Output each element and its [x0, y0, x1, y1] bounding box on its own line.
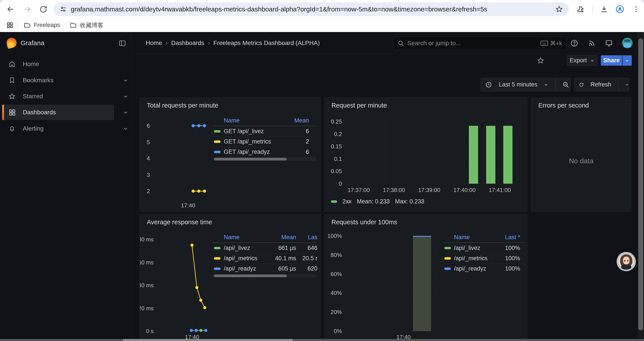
bookmarks-icon: [8, 77, 16, 84]
page-scrollbar-thumb[interactable]: [638, 38, 643, 330]
svg-text:0.25: 0.25: [331, 118, 342, 125]
search-placeholder: Search or jump to...: [407, 40, 540, 47]
breadcrumb: Home › Dashboards › Freeleaps Metrics Da…: [146, 40, 320, 47]
table-header-name[interactable]: Name: [224, 234, 240, 241]
series-color-pill: [444, 247, 451, 249]
panel-average-response-time: Average response time 80 ms60 ms40 ms20 …: [140, 214, 321, 341]
downloads-icon[interactable]: [599, 4, 609, 15]
sidebar-item-label: Bookmarks: [23, 77, 54, 84]
series-value: 100%: [463, 245, 520, 251]
time-range-label: Last 5 minutes: [499, 81, 538, 88]
breadcrumb-current-dashboard[interactable]: Freeleaps Metrics Dashboard (ALPHA): [213, 40, 320, 47]
table-header-1[interactable]: Mean: [252, 117, 309, 124]
export-button[interactable]: Export: [567, 55, 598, 66]
bookmark-folder-blogs[interactable]: 收藏博客: [70, 21, 104, 29]
clock-icon: [485, 81, 492, 88]
legend-series-name[interactable]: 2xx: [342, 198, 352, 205]
site-settings-icon[interactable]: [60, 6, 67, 13]
svg-text:17:37:00: 17:37:00: [348, 187, 370, 193]
series-color-pill: [444, 257, 451, 260]
table-header-underline: [212, 126, 316, 126]
no-data-message: No data: [531, 157, 631, 165]
series-color-pill: [214, 130, 220, 133]
back-icon[interactable]: [5, 4, 16, 15]
breadcrumb-home[interactable]: Home: [146, 40, 162, 47]
bottom-scrollbar-track: [0, 339, 644, 341]
panel-request-per-minute: Request per minute 0.250.20.150.10.05017…: [324, 97, 528, 212]
table-scrollbar-thumb[interactable]: [214, 158, 287, 160]
table-header-1[interactable]: Last *: [463, 234, 520, 241]
help-icon[interactable]: [570, 39, 578, 47]
active-item-indicator: [2, 105, 4, 120]
collapse-sidebar-icon[interactable]: [118, 39, 126, 47]
svg-text:2: 2: [147, 188, 150, 194]
legend-mean: Mean: 0.233: [357, 198, 390, 205]
svg-text:20%: 20%: [330, 309, 342, 315]
breadcrumb-dashboards[interactable]: Dashboards: [171, 40, 204, 47]
search-input[interactable]: Search or jump to... ⌘+k: [393, 37, 566, 50]
zoom-out-icon[interactable]: [562, 81, 569, 88]
refresh-button[interactable]: Refresh: [574, 78, 629, 91]
svg-text:4: 4: [147, 155, 150, 162]
chevron-down-icon[interactable]: [123, 126, 128, 131]
table-header-underline: [212, 242, 316, 243]
apps-grid-icon[interactable]: [6, 22, 13, 29]
svg-text:17:39:00: 17:39:00: [418, 187, 440, 193]
series-color-pill: [214, 140, 220, 143]
home-icon: [8, 60, 16, 68]
svg-text:0%: 0%: [334, 328, 342, 334]
extensions-icon[interactable]: [575, 4, 586, 15]
row-separator: [212, 253, 316, 253]
browser-toolbar: grafana.mathmast.com/d/deytv4rwavabkb/fr…: [0, 0, 644, 19]
chart-legend: 2xxMean: 0.233Max: 0.233: [331, 198, 424, 205]
chevron-down-icon[interactable]: [123, 94, 128, 99]
svg-text:0.15: 0.15: [331, 143, 342, 150]
screen: grafana.mathmast.com/d/deytv4rwavabkb/fr…: [0, 0, 644, 341]
table-scrollbar-thumb[interactable]: [214, 274, 287, 277]
sidebar-item-alerting[interactable]: Alerting: [5, 123, 126, 134]
bottom-scrollbar-thumb[interactable]: [123, 339, 293, 341]
bookmarks-divider: [17, 22, 18, 29]
svg-text:0.1: 0.1: [334, 156, 342, 162]
sidebar-item-bookmarks[interactable]: Bookmarks: [5, 75, 126, 86]
chevron-down-icon[interactable]: [123, 78, 128, 83]
reload-icon[interactable]: [38, 4, 49, 15]
button-divider: [556, 78, 556, 91]
forward-icon[interactable]: [22, 4, 32, 15]
favorite-star-icon[interactable]: [536, 57, 544, 65]
sidebar-item-starred[interactable]: Starred: [5, 91, 126, 102]
chevron-down-icon: [625, 58, 630, 63]
url-bar[interactable]: grafana.mathmast.com/d/deytv4rwavabkb/fr…: [54, 3, 569, 16]
assistant-avatar[interactable]: [616, 252, 636, 271]
series-value: 6: [252, 149, 309, 155]
profile-avatar-icon[interactable]: [615, 4, 625, 15]
sidebar-item-dashboards[interactable]: Dashboards: [5, 107, 126, 118]
browser-menu-icon[interactable]: [631, 4, 641, 15]
table-header-name[interactable]: Name: [224, 117, 240, 124]
series-color-pill: [214, 247, 220, 249]
svg-text:80 ms: 80 ms: [140, 236, 154, 243]
table-header-2[interactable]: Las: [260, 234, 318, 241]
user-avatar[interactable]: [622, 38, 632, 48]
panel-total-requests: Total requests per minute 6543217:40Name…: [140, 97, 321, 212]
grafana-logo[interactable]: [6, 38, 17, 48]
series-value: 20.5 r: [260, 255, 318, 262]
row-separator: [443, 263, 524, 264]
share-button[interactable]: Share: [601, 55, 622, 66]
news-rss-icon[interactable]: [588, 39, 596, 47]
chevron-down-icon[interactable]: [123, 110, 128, 115]
sidebar-item-label: Starred: [23, 93, 43, 100]
sidebar-item-home[interactable]: Home: [5, 58, 126, 70]
panel-errors-per-second: Errors per second No data: [531, 97, 631, 212]
svg-text:17:40: 17:40: [181, 202, 195, 209]
time-range-picker[interactable]: Last 5 minutes: [481, 78, 570, 91]
panel-title[interactable]: Errors per second: [538, 102, 589, 109]
monitor-icon[interactable]: [605, 39, 613, 47]
share-menu-button[interactable]: [622, 55, 632, 66]
url-text[interactable]: grafana.mathmast.com/d/deytv4rwavabkb/fr…: [71, 6, 555, 13]
bookmark-star-icon[interactable]: [555, 5, 563, 13]
bookmark-folder-freeleaps[interactable]: Freeleaps: [24, 22, 60, 29]
sidebar-divider: [131, 32, 131, 341]
refresh-label: Refresh: [590, 81, 611, 88]
chevron-down-icon: [625, 82, 629, 87]
